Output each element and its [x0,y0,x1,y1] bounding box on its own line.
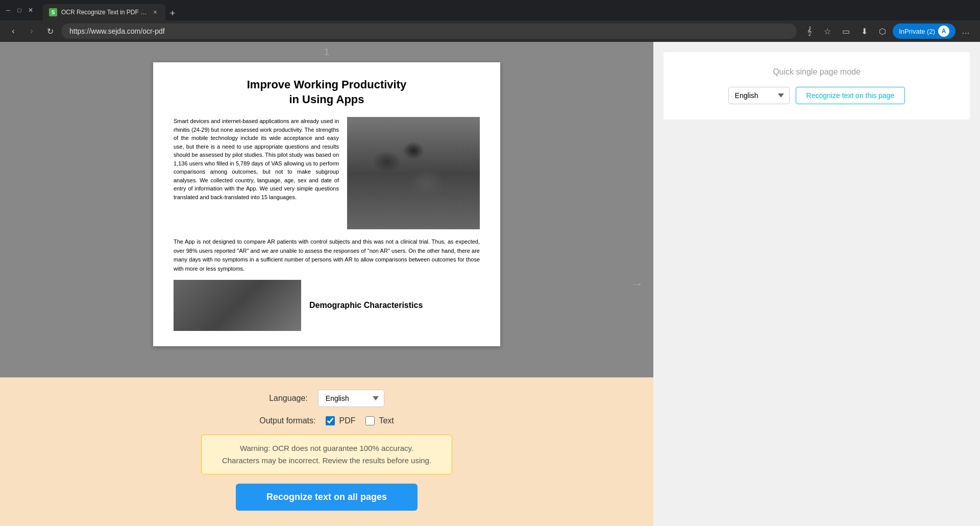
pdf-title: Improve Working Productivity in Using Ap… [174,78,480,107]
immersive-reader-button[interactable]: ▭ [838,23,854,39]
close-button[interactable]: ✕ [27,6,35,14]
bottom-overlay: Language: English French German Spanish … [0,377,653,526]
warning-line2: Characters may be incorrect. Review the … [222,455,431,467]
page-container: 1 → Improve Working Productivity in Usin… [0,42,980,526]
extensions-button[interactable]: ⬡ [874,23,891,39]
minimize-button[interactable]: ─ [4,6,12,14]
output-formats-row: Output formats: PDF Text [259,416,394,425]
pdf-checkbox[interactable] [326,416,335,425]
warning-line1: Warning: OCR does not guarantee 100% acc… [222,442,431,455]
tab-bar: S OCR Recognize Text in PDF Onli... × + [43,0,976,20]
language-select-bottom[interactable]: English French German Spanish [318,390,384,407]
page-number: 1 [324,47,329,58]
profile-button[interactable]: InPrivate (2) A [893,23,955,39]
quick-mode-controls: English French German Spanish Recognize … [728,87,905,104]
pdf-section-title: Demographic Characteristics [309,301,423,310]
pdf-page: Improve Working Productivity in Using Ap… [153,62,500,346]
text-format-label: Text [379,416,394,425]
pdf-section-row: Demographic Characteristics [174,280,480,331]
new-tab-button[interactable]: + [165,6,180,20]
right-panel: Quick single page mode English French Ge… [653,42,980,526]
profile-avatar: A [938,26,949,37]
pdf-image [347,117,480,229]
refresh-button[interactable]: ↻ [43,24,57,38]
pdf-paragraph2: The App is not designed to compare AR pa… [174,237,480,273]
text-format-option[interactable]: Text [365,416,394,425]
back-button[interactable]: ‹ [6,24,20,38]
forward-button: › [24,24,39,38]
tab-favicon: S [49,8,57,16]
window-controls: ─ □ ✕ [4,6,35,14]
language-row: Language: English French German Spanish [269,390,384,407]
language-select-quick[interactable]: English French German Spanish [728,87,790,104]
favorites-button[interactable]: ☆ [819,23,836,39]
output-formats-label: Output formats: [259,416,315,425]
recognize-page-button[interactable]: Recognize text on this page [796,87,905,104]
quick-mode-title: Quick single page mode [773,67,861,77]
tab-title: OCR Recognize Text in PDF Onli... [61,9,147,16]
text-checkbox[interactable] [365,416,375,425]
next-page-arrow[interactable]: → [631,277,643,291]
address-bar-row: ‹ › ↻ 𝄞 ☆ ▭ ⬇ ⬡ InPrivate (2) A … [0,20,980,42]
downloads-button[interactable]: ⬇ [856,23,872,39]
maximize-button[interactable]: □ [15,6,23,14]
pdf-format-option[interactable]: PDF [326,416,355,425]
pdf-format-label: PDF [339,416,355,425]
address-input[interactable] [61,23,797,39]
more-button[interactable]: … [958,23,974,39]
language-label: Language: [269,394,308,403]
recognize-all-button[interactable]: Recognize text on all pages [236,484,418,511]
active-tab[interactable]: S OCR Recognize Text in PDF Onli... × [43,4,165,20]
pdf-content-row: Smart devices and internet-based applica… [174,117,480,229]
tab-close-button[interactable]: × [151,8,159,16]
pdf-section-thumbnail [174,280,301,331]
profile-label: InPrivate (2) [899,28,935,35]
quick-mode-panel: Quick single page mode English French Ge… [664,52,970,119]
browser-chrome: ─ □ ✕ S OCR Recognize Text in PDF Onli..… [0,0,980,20]
warning-box: Warning: OCR does not guarantee 100% acc… [201,435,452,474]
toolbar-right: 𝄞 ☆ ▭ ⬇ ⬡ InPrivate (2) A … [801,23,974,39]
pdf-body-text: Smart devices and internet-based applica… [174,117,339,229]
pdf-area: 1 → Improve Working Productivity in Usin… [0,42,653,526]
read-aloud-button[interactable]: 𝄞 [801,23,817,39]
